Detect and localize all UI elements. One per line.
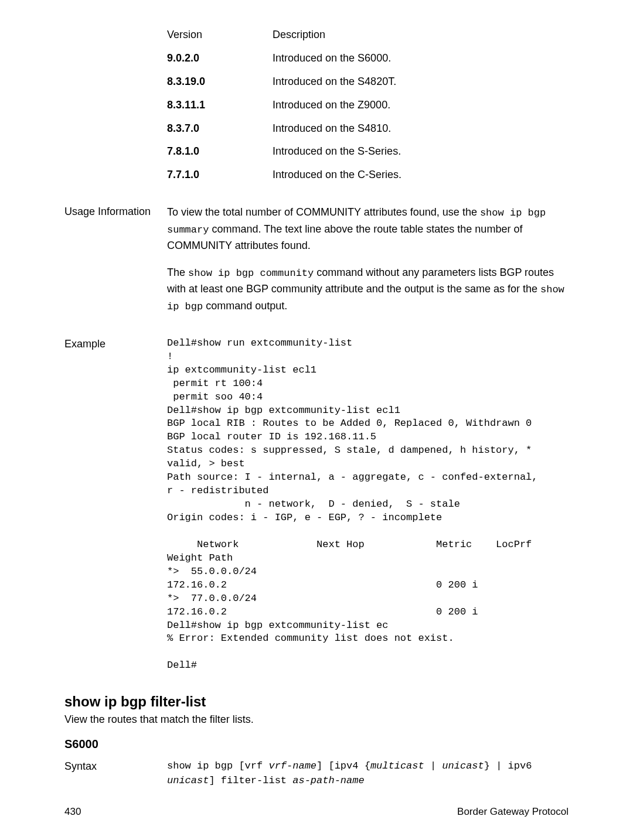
usage-information-section: Usage Information To view the total numb… xyxy=(64,204,569,325)
syntax-label: Syntax xyxy=(64,759,167,774)
description-cell: Introduced on the S4820T. xyxy=(273,76,396,87)
description-cell: Introduced on the S4810. xyxy=(273,122,391,134)
syntax-text: ] [ipv4 { xyxy=(316,760,370,771)
syntax-param: as-path-name xyxy=(292,775,364,786)
description-cell: Introduced on the C-Series. xyxy=(273,169,401,180)
description-cell: Introduced on the S-Series. xyxy=(273,145,401,157)
version-cell: 9.0.2.0 xyxy=(167,52,199,64)
syntax-section: Syntax show ip bgp [vrf vrf-name] [ipv4 … xyxy=(64,759,569,788)
version-cell: 8.3.19.0 xyxy=(167,76,205,87)
version-cell: 7.7.1.0 xyxy=(167,169,199,180)
table-row: 7.7.1.0 Introduced on the C-Series. xyxy=(167,163,569,187)
table-row: 8.3.11.1 Introduced on the Z9000. xyxy=(167,94,569,117)
example-label: Example xyxy=(64,337,167,351)
version-history-section: Version Description 9.0.2.0 Introduced o… xyxy=(64,23,569,187)
table-row: 8.3.7.0 Introduced on the S4810. xyxy=(167,117,569,141)
usage-paragraph-2: The show ip bgp community command withou… xyxy=(167,265,569,315)
text: command. The text line above the route t… xyxy=(167,223,522,251)
command-heading: show ip bgp filter-list xyxy=(64,694,569,710)
description-cell: Introduced on the S6000. xyxy=(273,52,391,64)
page-footer: 430 Border Gateway Protocol xyxy=(64,806,569,818)
description-header: Description xyxy=(273,29,325,40)
example-section: Example Dell#show run extcommunity-list … xyxy=(64,337,569,672)
syntax-text: ] filter-list xyxy=(209,775,292,786)
table-row: 9.0.2.0 Introduced on the S6000. xyxy=(167,47,569,70)
version-table-header-row: Version Description xyxy=(167,23,569,47)
syntax-text: show ip bgp xyxy=(167,760,239,771)
usage-information-label: Usage Information xyxy=(64,204,167,219)
version-cell: 8.3.11.1 xyxy=(167,99,205,111)
command-description: View the routes that match the filter li… xyxy=(64,713,569,726)
syntax-param: unicast xyxy=(167,775,209,786)
syntax-text: [vrf xyxy=(239,760,268,771)
version-header: Version xyxy=(167,29,202,40)
text: To view the total number of COMMUNITY at… xyxy=(167,206,480,218)
description-cell: Introduced on the Z9000. xyxy=(273,99,390,111)
text: The xyxy=(167,267,188,278)
syntax-text: } | ipv6 xyxy=(484,760,532,771)
syntax-text: | xyxy=(424,760,443,771)
table-row: 7.8.1.0 Introduced on the S-Series. xyxy=(167,140,569,163)
example-content: Dell#show run extcommunity-list ! ip ext… xyxy=(167,337,569,672)
version-table: Version Description 9.0.2.0 Introduced o… xyxy=(167,23,569,187)
syntax-param: unicast xyxy=(442,760,484,771)
example-code-block: Dell#show run extcommunity-list ! ip ext… xyxy=(167,337,569,672)
text: command output. xyxy=(203,300,287,312)
platform-heading: S6000 xyxy=(64,737,569,751)
syntax-param: vrf-name xyxy=(268,760,316,771)
syntax-content: show ip bgp [vrf vrf-name] [ipv4 {multic… xyxy=(167,759,569,788)
version-history-content: Version Description 9.0.2.0 Introduced o… xyxy=(167,23,569,187)
chapter-title: Border Gateway Protocol xyxy=(457,806,569,818)
syntax-param: multicast xyxy=(370,760,424,771)
code-inline: show ip bgp community xyxy=(188,268,314,279)
usage-paragraph-1: To view the total number of COMMUNITY at… xyxy=(167,204,569,254)
page-number: 430 xyxy=(64,806,81,818)
version-cell: 7.8.1.0 xyxy=(167,145,199,157)
usage-information-content: To view the total number of COMMUNITY at… xyxy=(167,204,569,325)
version-cell: 8.3.7.0 xyxy=(167,122,199,134)
table-row: 8.3.19.0 Introduced on the S4820T. xyxy=(167,70,569,94)
